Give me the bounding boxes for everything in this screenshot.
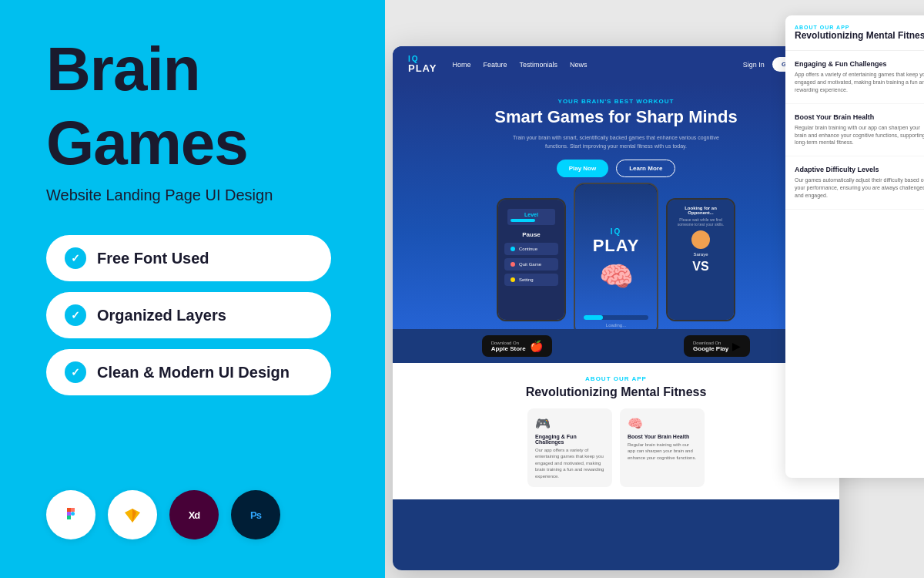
about-title: Revolutionizing Mental Fitness	[408, 385, 824, 399]
google-badge-text: Download On Google Play	[693, 341, 728, 352]
brain-title: Boost Your Brain Health	[628, 434, 697, 439]
quit-dot	[511, 262, 515, 267]
continue-text: Continue	[519, 247, 537, 251]
check-icon-clean-modern	[65, 361, 86, 383]
site-logo: IQ PLAY	[408, 55, 437, 73]
about-label: ABOUT OUR APP	[408, 375, 824, 382]
svg-rect-2	[67, 512, 71, 516]
side-feature-adaptive: Adaptive Difficulty Levels Our games aut…	[785, 156, 924, 209]
side-engaging-text: App offers a variety of entertaining gam…	[795, 71, 924, 93]
feature-label-free-font: Free Font Used	[97, 250, 209, 267]
ps-icon: Ps	[231, 490, 280, 539]
title-line1: Brain	[46, 39, 339, 100]
side-mockup-header: ABOUT OUR APP Revolutionizing Mental Fit…	[785, 15, 924, 51]
svg-rect-0	[67, 508, 71, 512]
phone-main: IQ PLAY 🧠 Loading...	[574, 183, 658, 329]
xd-icon: Xd	[169, 490, 219, 539]
sketch-icon	[108, 490, 157, 539]
apple-badge-text: Download On Apple Store	[491, 341, 526, 352]
about-card-brain: 🧠 Boost Your Brain Health Regular brain …	[620, 408, 705, 487]
hero-description: Train your brain with smart, scientifica…	[508, 134, 724, 150]
website-content: IQ PLAY Home Feature Testimonials News S…	[393, 46, 839, 570]
side-feature-brain: Boost Your Brain Health Regular brain tr…	[785, 104, 924, 156]
nav-feature[interactable]: Feature	[484, 61, 507, 69]
learn-more-button[interactable]: Learn More	[616, 160, 675, 177]
quit-text: Quit Game	[519, 262, 541, 267]
nav-testimonials[interactable]: Testimonials	[520, 61, 558, 69]
phone-menu-screen: Level Pause Continue Quit Game	[498, 200, 564, 320]
side-adaptive-text: Our games automatically adjust their dif…	[795, 176, 924, 199]
title-line2: Games	[46, 113, 339, 174]
setting-text: Setting	[519, 277, 534, 282]
brain-icon: 🧠	[628, 416, 697, 431]
main-website-mockup: IQ PLAY Home Feature Testimonials News S…	[393, 46, 839, 570]
main-title: Brain Games	[46, 39, 339, 187]
hero-label: YOUR BRAIN'S BEST WORKOUT	[408, 98, 824, 105]
phone-menu: Level Pause Continue Quit Game	[497, 198, 566, 321]
feature-item-free-font: Free Font Used	[46, 235, 331, 281]
side-brain-title: Boost Your Brain Health	[795, 113, 924, 121]
brain-text: Regular brain training with our app can …	[628, 442, 697, 461]
phone-vs-screen: Looking for an Opponent... Please wait w…	[668, 200, 734, 320]
setting-item: Setting	[504, 274, 558, 286]
google-play-badge[interactable]: Download On Google Play ▶	[684, 335, 750, 357]
quit-item: Quit Game	[504, 258, 558, 271]
side-about-label: ABOUT OUR APP	[795, 25, 924, 30]
sign-in-button[interactable]: Sign In	[743, 61, 765, 69]
check-icon-organized-layers	[65, 304, 86, 326]
tool-icons: Xd Ps	[46, 490, 339, 539]
apple-store-badge[interactable]: Download On Apple Store 🍎	[482, 335, 552, 357]
continue-item: Continue	[504, 243, 558, 255]
hero-title: Smart Games for Sharp Minds	[408, 108, 824, 126]
feature-list: Free Font Used Organized Layers Clean & …	[46, 235, 339, 395]
side-about-title: Revolutionizing Mental Fitness	[795, 30, 924, 41]
logo-play: PLAY	[408, 63, 437, 73]
right-panel: IQ PLAY Home Feature Testimonials News S…	[385, 0, 924, 578]
left-content: Brain Games Website Landing Page UI Desi…	[46, 39, 339, 395]
menu-dot	[511, 247, 515, 251]
feature-item-organized-layers: Organized Layers	[46, 292, 331, 338]
check-icon-free-font	[65, 247, 86, 269]
svg-rect-3	[67, 516, 71, 519]
feature-item-clean-modern: Clean & Modern UI Design	[46, 349, 331, 395]
figma-icon	[46, 490, 95, 539]
engaging-icon: 🎮	[535, 416, 604, 431]
setting-dot	[511, 277, 515, 282]
svg-rect-1	[71, 508, 75, 512]
engaging-text: Our app offers a variety of entertaining…	[535, 447, 604, 479]
subtitle: Website Landing Page UI Design	[46, 187, 339, 204]
about-cards: 🎮 Engaging & Fun Challenges Our app offe…	[408, 408, 824, 487]
phones-container: Level Pause Continue Quit Game	[393, 183, 839, 329]
play-now-button[interactable]: Play Now	[557, 160, 609, 177]
engaging-title: Engaging & Fun Challenges	[535, 434, 604, 445]
side-brain-text: Regular brain training with our app can …	[795, 124, 924, 146]
about-section: ABOUT OUR APP Revolutionizing Mental Fit…	[393, 363, 839, 499]
feature-label-organized-layers: Organized Layers	[97, 307, 226, 324]
site-nav: IQ PLAY Home Feature Testimonials News S…	[393, 46, 839, 82]
hero-buttons: Play Now Learn More	[408, 160, 824, 177]
download-row: Download On Apple Store 🍎 Download On Go…	[393, 329, 839, 363]
svg-point-4	[71, 512, 75, 516]
about-card-engaging: 🎮 Engaging & Fun Challenges Our app offe…	[527, 408, 612, 487]
feature-label-clean-modern: Clean & Modern UI Design	[97, 364, 290, 381]
left-panel: Brain Games Website Landing Page UI Desi…	[0, 0, 385, 578]
side-adaptive-title: Adaptive Difficulty Levels	[795, 166, 924, 173]
side-engaging-title: Engaging & Fun Challenges	[795, 60, 924, 68]
player-avatar	[691, 230, 710, 249]
hero-section: YOUR BRAIN'S BEST WORKOUT Smart Games fo…	[393, 82, 839, 329]
nav-home[interactable]: Home	[452, 61, 470, 69]
side-panel-mockup: ABOUT OUR APP Revolutionizing Mental Fit…	[785, 15, 924, 478]
phone-vs: Looking for an Opponent... Please wait w…	[666, 198, 735, 321]
nav-links: Home Feature Testimonials News	[452, 61, 727, 69]
vs-text: VS	[674, 260, 728, 274]
nav-news[interactable]: News	[570, 61, 588, 69]
side-feature-engaging: Engaging & Fun Challenges App offers a v…	[785, 51, 924, 103]
